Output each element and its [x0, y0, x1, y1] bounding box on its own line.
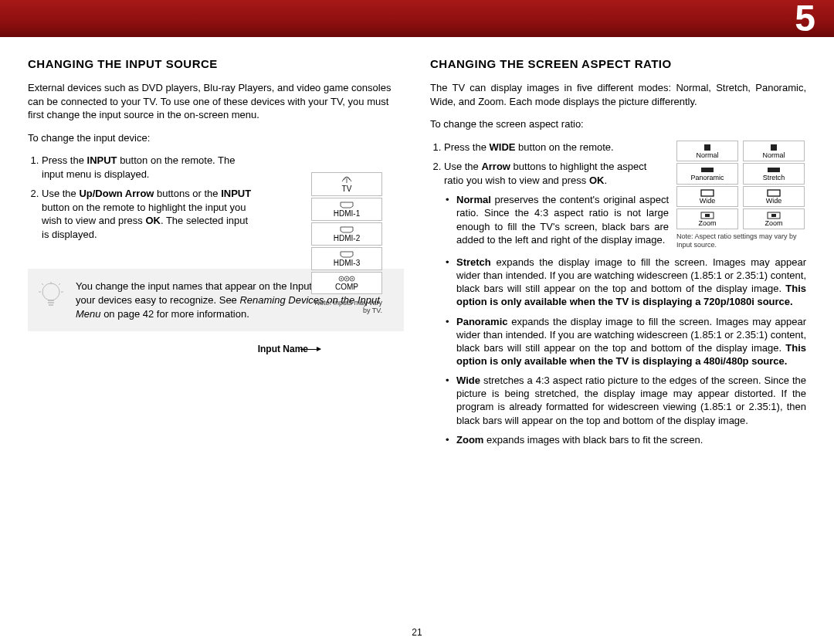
right-step-2: Use the Arrow buttons to highlight the a…	[444, 160, 669, 246]
aspect-item: Normal	[676, 141, 738, 161]
right-steps-text: Press the WIDE button on the remote. Use…	[430, 141, 669, 253]
input-menu-item: TV	[311, 172, 382, 196]
aspect-note: Note: Aspect ratio settings may vary by …	[676, 232, 806, 249]
aspect-menu-col-2: Normal Stretch Wide Zoom	[743, 141, 805, 232]
left-steps-text: Press the INPUT button on the remote. Th…	[28, 154, 257, 241]
right-heading: CHANGING THE SCREEN ASPECT RATIO	[430, 57, 806, 70]
aspect-icon	[767, 189, 781, 197]
aspect-item: Stretch	[743, 163, 805, 184]
aspect-icon	[768, 144, 780, 151]
aspect-item: Normal	[743, 141, 805, 161]
aspect-menus-wrap: Normal Panoramic Wide Zoom	[676, 141, 806, 253]
aspect-icon	[767, 166, 781, 174]
svg-rect-12	[771, 144, 777, 151]
aspect-icon	[701, 144, 714, 151]
svg-point-6	[42, 283, 59, 300]
aspect-icon	[767, 212, 781, 219]
arrow-icon	[300, 349, 320, 350]
aspect-icon	[700, 212, 714, 219]
chapter-header-bar: 5	[0, 0, 834, 37]
aspect-item: Wide	[743, 186, 805, 207]
chapter-number: 5	[795, 0, 815, 39]
hdmi-icon	[312, 251, 381, 258]
left-steps: Press the INPUT button on the remote. Th…	[28, 154, 257, 241]
left-column: CHANGING THE INPUT SOURCE External devic…	[28, 57, 404, 452]
svg-rect-14	[768, 190, 780, 196]
input-menu-item: HDMI-1	[311, 198, 382, 221]
bullet-stretch: Stretch expands the display image to fil…	[456, 256, 806, 309]
aspect-menus: Normal Panoramic Wide Zoom	[676, 141, 806, 232]
right-step-1: Press the WIDE button on the remote.	[444, 141, 669, 154]
lightbulb-icon	[37, 280, 65, 320]
right-bullet-list: Stretch expands the display image to fil…	[430, 256, 806, 446]
input-menu-item: HDMI-3	[311, 247, 382, 270]
right-steps: Press the WIDE button on the remote. Use…	[430, 141, 669, 246]
left-heading: CHANGING THE INPUT SOURCE	[28, 57, 404, 70]
right-column: CHANGING THE SCREEN ASPECT RATIO The TV …	[430, 57, 806, 452]
left-intro: External devices such as DVD players, Bl…	[28, 81, 404, 122]
right-intro: The TV can display images in five differ…	[430, 81, 806, 108]
svg-point-3	[341, 278, 342, 280]
left-steps-wrap: Press the INPUT button on the remote. Th…	[28, 154, 404, 241]
bullet-panoramic: Panoramic expands the display image to f…	[456, 315, 806, 368]
aspect-icon	[700, 189, 714, 197]
left-step-2: Use the Up/Down Arrow buttons or the INP…	[42, 187, 257, 241]
svg-rect-9	[701, 190, 714, 196]
inputs-vary-note: Note: Inputs may vary by TV.	[311, 299, 382, 314]
left-step-1: Press the INPUT button on the remote. Th…	[42, 154, 257, 181]
bullet-wide: Wide stretches a 4:3 aspect ratio pictur…	[456, 374, 806, 427]
input-menu-diagram: TV HDMI-1 HDMI-2	[311, 172, 382, 314]
aspect-icon	[700, 166, 714, 174]
aspect-item: Zoom	[743, 208, 805, 229]
svg-rect-7	[704, 144, 710, 151]
aspect-menu-col-1: Normal Panoramic Wide Zoom	[676, 141, 738, 232]
svg-rect-8	[701, 168, 714, 172]
svg-rect-11	[705, 214, 710, 217]
component-icon	[312, 276, 381, 282]
right-bullet-list-inner: Normal preserves the content's original …	[444, 193, 669, 246]
page-number: 21	[0, 627, 834, 638]
input-menu-item: HDMI-2	[311, 222, 382, 246]
hdmi-icon	[312, 202, 381, 208]
bullet-zoom: Zoom expands images with black bars to f…	[456, 433, 806, 446]
aspect-item: Wide	[676, 186, 738, 207]
input-menu-item: COMP	[311, 272, 382, 294]
svg-rect-16	[771, 214, 776, 217]
svg-point-5	[351, 278, 353, 280]
antenna-icon	[312, 176, 381, 184]
svg-point-4	[346, 278, 348, 280]
left-lead: To change the input device:	[28, 131, 404, 145]
svg-rect-13	[768, 168, 780, 172]
page-body: CHANGING THE INPUT SOURCE External devic…	[0, 37, 834, 460]
bullet-normal: Normal preserves the content's original …	[456, 193, 669, 246]
aspect-item: Zoom	[676, 208, 738, 229]
right-lead: To change the screen aspect ratio:	[430, 117, 806, 131]
aspect-item: Panoramic	[676, 163, 738, 184]
hdmi-icon	[312, 226, 381, 233]
right-steps-wrap: Press the WIDE button on the remote. Use…	[430, 141, 806, 253]
